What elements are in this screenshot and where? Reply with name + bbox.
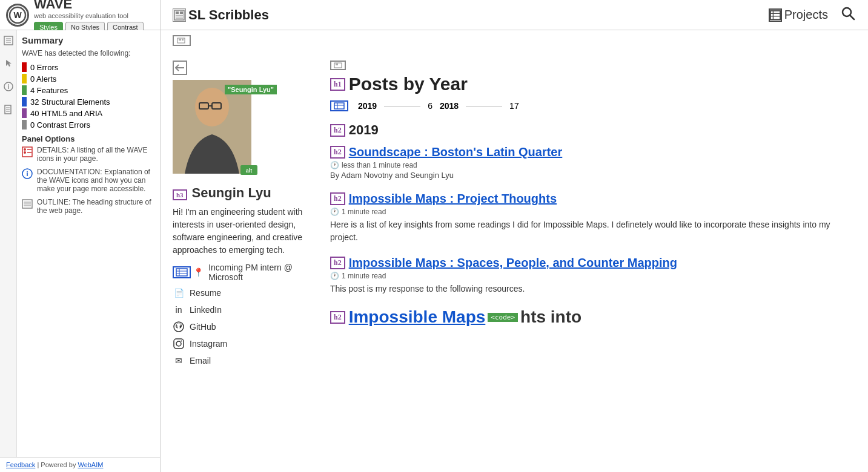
- wave-title-block: WAVE web accessibility evaluation tool S…: [34, 0, 144, 33]
- outline-icon: [22, 198, 34, 211]
- wave-title: WAVE: [34, 0, 144, 12]
- panel-option-outline[interactable]: OUTLINE: The heading structure of the we…: [22, 198, 155, 215]
- article-meta-2: 🕐 1 minute read: [330, 208, 856, 216]
- posts-title: Posts by Year: [349, 74, 468, 94]
- summary-features: 4 Features: [22, 85, 155, 95]
- article-title-link-3[interactable]: Impossible Maps : Spaces, People, and Co…: [349, 256, 677, 270]
- dot-features: [22, 85, 27, 95]
- read-time-1: less than 1 minute read: [342, 161, 417, 169]
- summary-contrast: 0 Contrast Errors: [22, 120, 155, 129]
- info-panel-icon: i: [22, 168, 34, 181]
- instagram-link-text: Instagram: [190, 339, 227, 349]
- profile-section: "Seungin Lyu" alt h3 Seungin Lyu Hi! I'm…: [173, 48, 856, 384]
- sidebar-icon-details[interactable]: [3, 35, 14, 46]
- year-2018: 2018: [440, 101, 459, 111]
- svg-point-51: [176, 341, 181, 346]
- svg-text:alt: alt: [246, 168, 253, 174]
- github-link-text: GitHub: [190, 322, 216, 332]
- linkedin-link-text: LinkedIn: [190, 305, 222, 315]
- clock-icon-3: 🕐: [330, 272, 339, 280]
- contrast-label: 0 Contrast Errors: [30, 120, 90, 129]
- sidebar-icon-info[interactable]: i: [3, 81, 14, 92]
- year-summary: 2019 6 2018 17: [330, 100, 856, 111]
- profile-name-area: h3 Seungin Lyu: [173, 185, 312, 201]
- wave-img-label: "Seungin Lyu": [225, 85, 277, 94]
- panel-option-details[interactable]: DETAILS: A listing of all the WAVE icons…: [22, 146, 155, 163]
- location-icon: 📍: [193, 266, 204, 278]
- projects-nav[interactable]: Projects: [769, 8, 828, 22]
- h2-wave-tag-3: h2: [330, 257, 345, 269]
- article-impossible-maps-spaces: h2 Impossible Maps : Spaces, People, and…: [330, 256, 856, 295]
- link-instagram[interactable]: Instagram: [173, 338, 312, 350]
- summary-alerts: 0 Alerts: [22, 74, 155, 84]
- svg-rect-5: [176, 15, 183, 16]
- dot-aria: [22, 108, 27, 118]
- structural-label: 32 Structural Elements: [30, 97, 110, 107]
- list-tag-year: [330, 100, 348, 111]
- microsoft-link-text: Incoming PM intern @ Microsoft: [208, 263, 312, 282]
- h1-wave-tag: h1: [330, 78, 345, 91]
- article-title-link-1[interactable]: Soundscape : Boston's Latin Quarter: [349, 145, 563, 159]
- dot-errors: [22, 62, 27, 72]
- svg-rect-6: [176, 18, 183, 19]
- link-resume[interactable]: 📄 Resume: [173, 287, 312, 299]
- h2-wave-tag-1: h2: [330, 146, 345, 159]
- h3-tag: h3: [173, 189, 187, 200]
- year-2019: 2019: [358, 101, 377, 111]
- profile-links: 📍 Incoming PM intern @ Microsoft 📄 Resum…: [173, 263, 312, 367]
- partial-text: hts into: [520, 307, 581, 327]
- profile-bio: Hi! I'm an engineering student with inte…: [173, 206, 312, 257]
- main-layout: i Summary WAVE has detected the followin…: [0, 30, 868, 472]
- page-wave-tag: [173, 35, 191, 46]
- sidebar-main: Summary WAVE has detected the following:…: [17, 30, 160, 457]
- link-email[interactable]: ✉ Email: [173, 355, 312, 367]
- link-github[interactable]: GitHub: [173, 321, 312, 333]
- svg-rect-36: [182, 39, 184, 41]
- site-title: SL Scribbles: [188, 7, 269, 23]
- wave-subtitle: web accessibility evaluation tool: [34, 12, 144, 19]
- svg-rect-7: [770, 10, 780, 19]
- img-wave-tag: [330, 61, 346, 70]
- h2-wave-tag-2: h2: [330, 192, 345, 205]
- article-title-link-4[interactable]: Impossible Maps: [349, 307, 486, 327]
- year-line-1: [384, 106, 420, 107]
- linkedin-icon: in: [173, 304, 185, 316]
- article-title-row-2: h2 Impossible Maps : Project Thoughts: [330, 192, 856, 206]
- article-title-link-2[interactable]: Impossible Maps : Project Thoughts: [349, 192, 557, 206]
- svg-point-49: [174, 322, 184, 332]
- profile-left: "Seungin Lyu" alt h3 Seungin Lyu Hi! I'm…: [173, 61, 312, 372]
- svg-rect-4: [180, 11, 183, 14]
- article-author-1: By Adam Novotny and Seungin Lyu: [330, 171, 856, 180]
- resume-icon: 📄: [173, 287, 185, 299]
- h2-wave-tag-2019: h2: [330, 124, 345, 137]
- panel-option-documentation[interactable]: i DOCUMENTATION: Explanation of the WAVE…: [22, 168, 155, 193]
- page-wave-tag-area: [173, 30, 856, 48]
- aria-label: 40 HTML5 and ARIA: [30, 109, 102, 118]
- svg-point-52: [181, 341, 182, 342]
- search-icon[interactable]: [840, 5, 856, 25]
- alerts-label: 0 Alerts: [30, 74, 56, 84]
- svg-rect-55: [334, 103, 344, 109]
- svg-text:i: i: [7, 84, 9, 90]
- summary-structural: 32 Structural Elements: [22, 97, 155, 107]
- article-title-row-1: h2 Soundscape : Boston's Latin Quarter: [330, 145, 856, 159]
- documentation-text: DOCUMENTATION: Explanation of the WAVE i…: [37, 168, 155, 193]
- read-time-2: 1 minute read: [342, 208, 386, 216]
- profile-photo-container: "Seungin Lyu" alt: [173, 80, 251, 174]
- svg-text:i: i: [26, 170, 28, 177]
- sidebar-icon-pointer[interactable]: [3, 58, 14, 69]
- feedback-link[interactable]: Feedback: [6, 461, 35, 468]
- sidebar-icon-doc[interactable]: [3, 104, 14, 115]
- back-icon-area: [173, 61, 312, 75]
- wave-alt-badge: alt: [240, 165, 257, 177]
- summary-title: Summary: [22, 35, 155, 45]
- webaim-link[interactable]: WebAIM: [78, 461, 103, 468]
- svg-text:W: W: [13, 10, 22, 20]
- year-heading-2019: h2 2019: [330, 122, 856, 138]
- link-linkedin[interactable]: in LinkedIn: [173, 304, 312, 316]
- svg-line-12: [850, 15, 854, 19]
- article-excerpt-2: Here is a list of key insights from some…: [330, 218, 856, 244]
- svg-rect-54: [336, 64, 338, 65]
- article-soundscape: h2 Soundscape : Boston's Latin Quarter 🕐…: [330, 145, 856, 180]
- profile-name: Seungin Lyu: [192, 185, 271, 200]
